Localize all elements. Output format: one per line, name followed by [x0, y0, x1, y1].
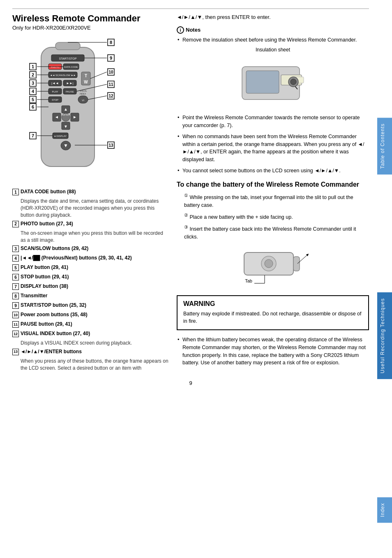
svg-text:▼: ▼ [63, 143, 68, 148]
page-number: 9 [12, 380, 369, 386]
page-title: Wireless Remote Commander [12, 13, 168, 24]
remote-svg: START/STOP PHOTO DATA CODE ◄◄ SCAN/SLOW … [12, 35, 127, 183]
bottom-note-item: When the lithium battery becomes weak, t… [177, 336, 369, 367]
svg-text:PAUSE: PAUSE [66, 90, 74, 93]
svg-text:VISUAL: VISUAL [80, 90, 87, 92]
svg-text:VI: VI [82, 99, 84, 102]
svg-text:▲: ▲ [64, 107, 68, 111]
note-item: Point the Wireless Remote Commander towa… [177, 114, 369, 130]
svg-text:START/STOP: START/STOP [59, 57, 77, 60]
svg-text:8: 8 [110, 40, 112, 45]
svg-text:Tab: Tab [245, 278, 252, 283]
warning-title: WARNING [183, 300, 362, 308]
svg-text:13: 13 [108, 143, 113, 148]
svg-rect-81 [246, 71, 279, 93]
svg-text:6: 6 [32, 104, 34, 109]
list-item: 3 SCAN/SLOW buttons (29, 42) [12, 245, 168, 252]
svg-text:W: W [84, 80, 88, 84]
svg-text:7: 7 [32, 133, 34, 138]
svg-text:● DISPLAY: ● DISPLAY [54, 135, 67, 137]
svg-text:DATA CODE: DATA CODE [64, 66, 78, 68]
svg-text:STOP: STOP [52, 99, 58, 101]
svg-text:10: 10 [108, 70, 113, 74]
battery-diagram: Tab [232, 244, 314, 289]
note-item: When no commands have been sent from the… [177, 133, 369, 164]
step-item: ① While pressing on the tab, inset your … [177, 192, 369, 209]
list-item: 12 VISUAL INDEX button (27, 40) [12, 330, 168, 337]
list-item: 7 DISPLAY button (38) [12, 283, 168, 290]
svg-text:11: 11 [108, 82, 113, 87]
svg-point-90 [265, 259, 273, 268]
svg-text:12: 12 [108, 94, 113, 98]
battery-section-title: To change the battery of the Wireless Re… [177, 181, 369, 189]
notes-section: i Notes Remove the insulation sheet befo… [177, 26, 369, 175]
svg-text:4: 4 [32, 89, 35, 94]
svg-text:ENTER: ENTER [62, 113, 69, 116]
notes-icon: i [177, 26, 184, 34]
sidebar-tabs: Table of Contents Useful Recording Techn… [377, 0, 392, 558]
warning-text: Battery may explode if mistreated. Do no… [183, 310, 362, 326]
insulation-img [234, 54, 312, 108]
remote-diagram: START/STOP PHOTO DATA CODE ◄◄ SCAN/SLOW … [12, 35, 127, 184]
list-item: 6 STOP button (29, 41) [12, 273, 168, 280]
svg-text:5: 5 [32, 97, 34, 102]
list-item: 9 START/STOP button (25, 32) [12, 302, 168, 309]
list-item: 1 DATA CODE button (88) [12, 188, 168, 195]
warning-box: WARNING Battery may explode if mistreate… [177, 295, 369, 331]
svg-text:1: 1 [32, 64, 34, 69]
step-item: ③ Insert the battery case back into the … [177, 224, 369, 241]
svg-text:|◄◄: |◄◄ [51, 81, 59, 85]
svg-rect-1 [55, 42, 80, 50]
svg-point-86 [291, 79, 296, 85]
svg-text:▼: ▼ [64, 124, 68, 129]
notes-list: Remove the insulation sheet before using… [177, 36, 369, 44]
svg-text:►►|: ►►| [66, 81, 74, 85]
note-item: You cannot select some buttons on the LC… [177, 167, 369, 175]
tab-index[interactable]: Index [377, 497, 392, 523]
insulation-sheet: Insulation sheet [177, 47, 369, 109]
svg-rect-88 [293, 257, 300, 271]
notes-list-2: Point the Wireless Remote Commander towa… [177, 114, 369, 174]
list-item: 10 Power zoom buttons (35, 48) [12, 311, 168, 318]
step-item: ② Place a new battery with the + side fa… [177, 212, 369, 221]
svg-text:2: 2 [32, 72, 34, 77]
bottom-notes: When the lithium battery becomes weak, t… [177, 336, 369, 367]
list-item: 5 PLAY button (29, 41) [12, 264, 168, 271]
svg-text:3: 3 [32, 81, 34, 86]
note-item: Remove the insulation sheet before using… [177, 36, 369, 44]
svg-text:PHOTO: PHOTO [51, 66, 60, 68]
list-item: 13 ◄/►/▲/▼/ENTER buttons [12, 348, 168, 355]
page-subtitle: Only for HDR-XR200E/XR200VE [12, 25, 168, 31]
list-item: 2 PHOTO button (27, 34) [12, 220, 168, 227]
svg-text:PLAY: PLAY [52, 90, 58, 93]
tab-useful[interactable]: Useful Recording Techniques [377, 292, 392, 379]
top-divider [12, 8, 369, 9]
svg-text:◄: ◄ [55, 115, 59, 119]
battery-steps: ① While pressing on the tab, inset your … [177, 192, 369, 241]
svg-text:INDEX: INDEX [80, 93, 86, 95]
svg-text:◄◄ SCAN/SLOW ►►: ◄◄ SCAN/SLOW ►► [50, 74, 76, 76]
list-item: 8 Transmitter [12, 292, 168, 299]
tab-toc[interactable]: Table of Contents [377, 118, 392, 174]
svg-text:►: ► [73, 115, 77, 119]
svg-text:T: T [85, 74, 87, 78]
notes-title: i Notes [177, 26, 369, 34]
list-item: 4 |◄◄/██ (Previous/Next) buttons (29, 30… [12, 255, 168, 262]
svg-text:9: 9 [110, 56, 112, 60]
items-list: 1 DATA CODE button (88) Displays the dat… [12, 188, 168, 371]
intro-text: ◄/►/▲/▼, then press ENTER to enter. [177, 13, 369, 21]
list-item: 11 PAUSE button (29, 41) [12, 321, 168, 328]
